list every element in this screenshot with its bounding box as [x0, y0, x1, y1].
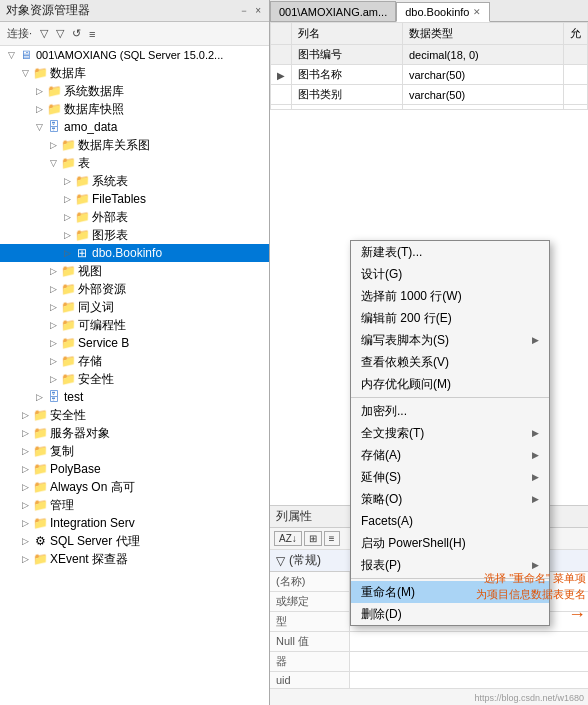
expand-icon-graphtables[interactable]: ▷	[60, 230, 74, 240]
tree-item-storage[interactable]: ▷ 📁 存储	[0, 352, 269, 370]
ctx-deps[interactable]: 查看依赖关系(V)	[351, 351, 549, 373]
tree-item-sysdb[interactable]: ▷ 📁 系统数据库	[0, 82, 269, 100]
expand-icon-extres[interactable]: ▷	[46, 284, 60, 294]
tree-item-filetables[interactable]: ▷ 📁 FileTables	[0, 190, 269, 208]
expand-icon-systables[interactable]: ▷	[60, 176, 74, 186]
tab-close-icon[interactable]: ✕	[473, 7, 481, 17]
tree-item-extres[interactable]: ▷ 📁 外部资源	[0, 280, 269, 298]
ctx-design[interactable]: 设计(G)	[351, 263, 549, 285]
expand-icon-exttables[interactable]: ▷	[60, 212, 74, 222]
pin-icon[interactable]: －	[237, 3, 251, 19]
tree-item-test[interactable]: ▷ 🗄 test	[0, 388, 269, 406]
tree-item-synonyms[interactable]: ▷ 📁 同义词	[0, 298, 269, 316]
expand-icon-security[interactable]: ▷	[18, 410, 32, 420]
tab-amoxiang[interactable]: 001\AMOXIANG.am...	[270, 1, 396, 21]
expand-icon-dbsnap[interactable]: ▷	[32, 104, 46, 114]
prop-val-5[interactable]	[350, 672, 588, 688]
tree-item-security2[interactable]: ▷ 📁 安全性	[0, 370, 269, 388]
tree-item-systables[interactable]: ▷ 📁 系统表	[0, 172, 269, 190]
tree-item-alwayson[interactable]: ▷ 📁 Always On 高可	[0, 478, 269, 496]
empty-type[interactable]	[402, 105, 563, 110]
expand-icon-amodata[interactable]: ▽	[32, 122, 46, 132]
ctx-policy[interactable]: 策略(O) ▶	[351, 488, 549, 510]
expand-icon-sysdb[interactable]: ▷	[32, 86, 46, 96]
empty-name[interactable]	[292, 105, 403, 110]
tree-item-root[interactable]: ▽ 🖥 001\AMOXIANG (SQL Server 15.0.2...	[0, 46, 269, 64]
refresh-button[interactable]: ↺	[69, 26, 84, 41]
tree-item-dbsnap[interactable]: ▷ 📁 数据库快照	[0, 100, 269, 118]
close-panel-icon[interactable]: ×	[253, 4, 263, 17]
ctx-memopt[interactable]: 内存优化顾问(M)	[351, 373, 549, 395]
expand-icon-replicate[interactable]: ▷	[18, 446, 32, 456]
expand-icon-dbdiag[interactable]: ▷	[46, 140, 60, 150]
tree-item-serverobj[interactable]: ▷ 📁 服务器对象	[0, 424, 269, 442]
table-row-empty[interactable]	[271, 105, 588, 110]
tree-item-polybase[interactable]: ▷ 📁 PolyBase	[0, 460, 269, 478]
expand-icon-xevent[interactable]: ▷	[18, 554, 32, 564]
col-type-1[interactable]: decimal(18, 0)	[402, 45, 563, 65]
col-name-2[interactable]: 图书名称	[292, 65, 403, 85]
expand-icon-security2[interactable]: ▷	[46, 374, 60, 384]
col-type-3[interactable]: varchar(50)	[402, 85, 563, 105]
expand-icon-test[interactable]: ▷	[32, 392, 46, 402]
tab-bookinfo[interactable]: dbo.Bookinfo ✕	[396, 2, 490, 22]
expand-icon-serviceb[interactable]: ▷	[46, 338, 60, 348]
expand-icon-serverobj[interactable]: ▷	[18, 428, 32, 438]
expand-icon-sqlservagt[interactable]: ▷	[18, 536, 32, 546]
more-button[interactable]: ≡	[86, 27, 98, 41]
ctx-encrypt[interactable]: 加密列...	[351, 400, 549, 422]
prop-extra-button[interactable]: ≡	[324, 531, 340, 546]
col-nullable-2[interactable]	[564, 65, 588, 85]
table-row[interactable]: 图书编号 decimal(18, 0)	[271, 45, 588, 65]
prop-section-toggle[interactable]: ▽	[276, 554, 285, 568]
expand-icon-progs[interactable]: ▷	[46, 320, 60, 330]
expand-icon-filetables[interactable]: ▷	[60, 194, 74, 204]
tree-item-views[interactable]: ▷ 📁 视图	[0, 262, 269, 280]
ctx-new-table[interactable]: 新建表(T)...	[351, 241, 549, 263]
expand-icon-synonyms[interactable]: ▷	[46, 302, 60, 312]
ctx-facets[interactable]: Facets(A)	[351, 510, 549, 532]
tree-item-graphtables[interactable]: ▷ 📁 图形表	[0, 226, 269, 244]
expand-icon-views[interactable]: ▷	[46, 266, 60, 276]
tree-item-amodata[interactable]: ▽ 🗄 amo_data	[0, 118, 269, 136]
col-name-1[interactable]: 图书编号	[292, 45, 403, 65]
tree-item-serviceb[interactable]: ▷ 📁 Service B	[0, 334, 269, 352]
tree-container[interactable]: ▽ 🖥 001\AMOXIANG (SQL Server 15.0.2... ▽…	[0, 46, 269, 705]
filter-button[interactable]: ▽	[37, 26, 51, 41]
ctx-edit-200[interactable]: 编辑前 200 行(E)	[351, 307, 549, 329]
ctx-fulltext[interactable]: 全文搜索(T) ▶	[351, 422, 549, 444]
table-row[interactable]: ▶ 图书名称 varchar(50)	[271, 65, 588, 85]
tree-item-sqlservagt[interactable]: ▷ ⚙ SQL Server 代理	[0, 532, 269, 550]
tree-item-xevent[interactable]: ▷ 📁 XEvent 探查器	[0, 550, 269, 568]
tree-item-manage[interactable]: ▷ 📁 管理	[0, 496, 269, 514]
expand-icon-manage[interactable]: ▷	[18, 500, 32, 510]
expand-icon-integserv[interactable]: ▷	[18, 518, 32, 528]
empty-nullable[interactable]	[564, 105, 588, 110]
expand-icon-storage[interactable]: ▷	[46, 356, 60, 366]
connect-button[interactable]: 连接·	[4, 25, 35, 42]
tree-item-bookinfo[interactable]: ▷ ⊞ dbo.Bookinfo	[0, 244, 269, 262]
expand-icon-tables[interactable]: ▽	[46, 158, 60, 168]
expand-icon-bookinfo[interactable]: ▷	[60, 248, 74, 258]
tree-item-tables[interactable]: ▽ 📁 表	[0, 154, 269, 172]
tree-item-progs[interactable]: ▷ 📁 可编程性	[0, 316, 269, 334]
tree-item-security[interactable]: ▷ 📁 安全性	[0, 406, 269, 424]
prop-sort-cat-button[interactable]: ⊞	[304, 531, 322, 546]
expand-icon-polybase[interactable]: ▷	[18, 464, 32, 474]
tree-item-exttables[interactable]: ▷ 📁 外部表	[0, 208, 269, 226]
expand-icon-root[interactable]: ▽	[4, 50, 18, 60]
tree-item-replicate[interactable]: ▷ 📁 复制	[0, 442, 269, 460]
col-type-2[interactable]: varchar(50)	[402, 65, 563, 85]
col-nullable-1[interactable]	[564, 45, 588, 65]
ctx-powershell[interactable]: 启动 PowerShell(H)	[351, 532, 549, 554]
expand-icon-alwayson[interactable]: ▷	[18, 482, 32, 492]
filter2-button[interactable]: ▽	[53, 26, 67, 41]
tree-item-integserv[interactable]: ▷ 📁 Integration Serv	[0, 514, 269, 532]
col-nullable-3[interactable]	[564, 85, 588, 105]
prop-val-3[interactable]	[350, 632, 588, 651]
ctx-select-1000[interactable]: 选择前 1000 行(W)	[351, 285, 549, 307]
ctx-script[interactable]: 编写表脚本为(S) ▶	[351, 329, 549, 351]
ctx-stretch[interactable]: 延伸(S) ▶	[351, 466, 549, 488]
ctx-storage[interactable]: 存储(A) ▶	[351, 444, 549, 466]
table-row[interactable]: 图书类别 varchar(50)	[271, 85, 588, 105]
